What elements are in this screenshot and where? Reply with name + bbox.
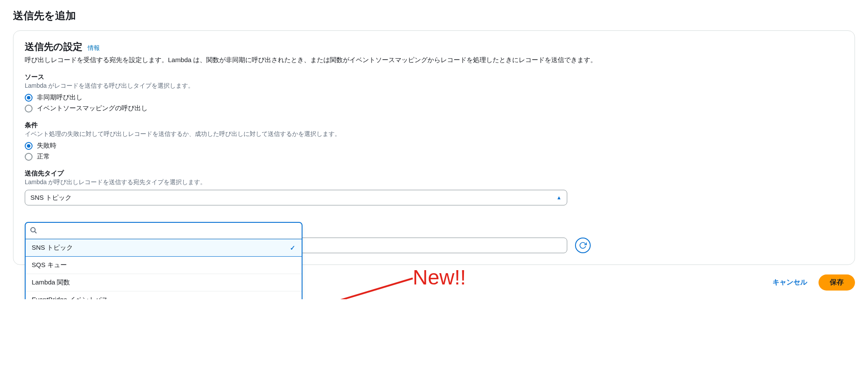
condition-label: 条件	[25, 121, 843, 129]
dest-type-dropdown: SNS トピック ✓ SQS キュー Lambda 関数 EventBridge…	[25, 222, 302, 299]
radio-icon	[25, 153, 33, 161]
condition-radio-success[interactable]: 正常	[25, 152, 843, 161]
info-link[interactable]: 情報	[88, 44, 100, 52]
svg-line-1	[35, 231, 36, 233]
cancel-button[interactable]: キャンセル	[768, 274, 812, 291]
search-icon	[30, 227, 37, 235]
source-radio-esm[interactable]: イベントソースマッピングの呼び出し	[25, 104, 843, 112]
dest-type-field: 送信先タイプ Lambda が呼び出しレコードを送信する宛先タイプを選択します。…	[25, 169, 843, 205]
source-label: ソース	[25, 73, 843, 81]
select-value: SNS トピック	[30, 194, 72, 202]
dropdown-search-row	[26, 223, 302, 239]
panel-description: 呼び出しレコードを受信する宛先を設定します。Lambda は、関数が非同期に呼び…	[25, 56, 843, 64]
dest-type-label: 送信先タイプ	[25, 169, 843, 178]
condition-hint: イベント処理の失敗に対して呼び出しレコードを送信するか、成功した呼び出しに対して…	[25, 130, 843, 138]
check-icon: ✓	[290, 244, 296, 252]
caret-up-icon: ▲	[556, 195, 562, 201]
condition-radio-failure[interactable]: 失敗時	[25, 142, 843, 150]
dd-option-label: Lambda 関数	[32, 278, 70, 287]
settings-panel: 送信先の設定 情報 呼び出しレコードを受信する宛先を設定します。Lambda は…	[13, 30, 855, 265]
dd-option-label: SQS キュー	[32, 261, 67, 269]
radio-icon	[25, 94, 33, 102]
dd-option-label: EventBridge イベントバス	[32, 296, 108, 299]
dd-option-eventbridge[interactable]: EventBridge イベントバス	[26, 291, 302, 299]
dd-option-sqs[interactable]: SQS キュー	[26, 257, 302, 274]
radio-label: イベントソースマッピングの呼び出し	[37, 104, 148, 112]
radio-icon	[25, 142, 33, 150]
source-hint: Lambda がレコードを送信する呼び出しタイプを選択します。	[25, 82, 843, 90]
radio-label: 失敗時	[37, 142, 56, 150]
dd-option-sns[interactable]: SNS トピック ✓	[26, 239, 302, 257]
dd-option-lambda[interactable]: Lambda 関数	[26, 274, 302, 291]
save-button[interactable]: 保存	[819, 274, 855, 291]
refresh-icon	[579, 241, 587, 249]
condition-field: 条件 イベント処理の失敗に対して呼び出しレコードを送信するか、成功した呼び出しに…	[25, 121, 843, 161]
svg-point-0	[31, 228, 35, 232]
panel-title: 送信先の設定	[25, 40, 82, 53]
refresh-button[interactable]	[575, 238, 591, 253]
page-title: 送信先を追加	[13, 9, 855, 23]
radio-icon	[25, 105, 33, 112]
dest-type-select[interactable]: SNS トピック ▲	[25, 190, 567, 205]
dd-option-label: SNS トピック	[32, 244, 73, 252]
source-field: ソース Lambda がレコードを送信する呼び出しタイプを選択します。 非同期呼…	[25, 73, 843, 112]
radio-label: 非同期呼び出し	[37, 93, 82, 102]
radio-label: 正常	[37, 152, 50, 161]
dest-type-hint: Lambda が呼び出しレコードを送信する宛先タイプを選択します。	[25, 178, 843, 186]
dropdown-search-input[interactable]	[40, 225, 297, 236]
source-radio-async[interactable]: 非同期呼び出し	[25, 93, 843, 102]
